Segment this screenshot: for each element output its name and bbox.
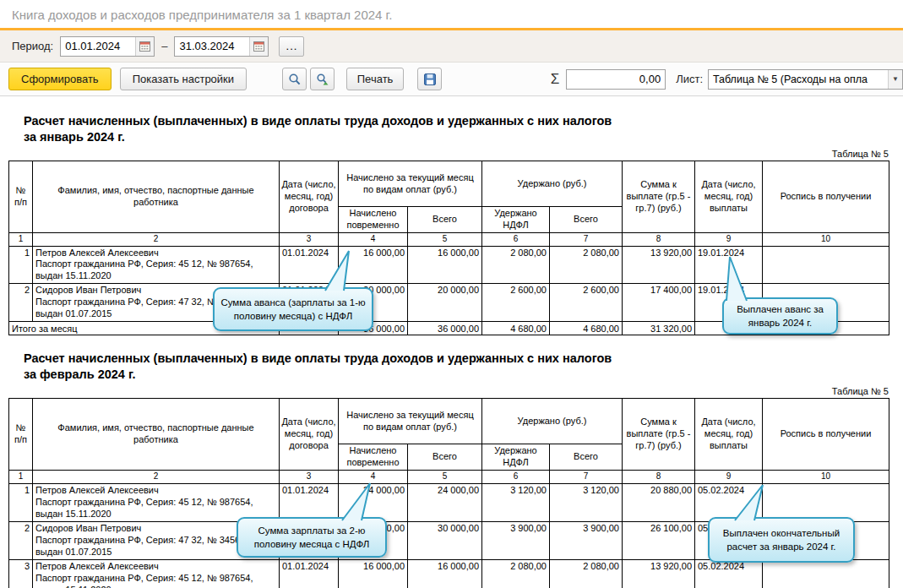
- col-header-pay-date: Дата (число, месяц, год) выплаты: [695, 161, 763, 233]
- col-header-sum-to-pay: Сумма к выплате (гр.5 - гр.7) (руб.): [623, 161, 695, 233]
- cell-sum-to-pay: 13 920,00: [623, 246, 695, 284]
- cell-row-num: 2: [9, 521, 33, 559]
- calendar-picker-button[interactable]: [249, 37, 268, 56]
- col-header-contract-date: Дата (число, месяц, год) договора: [280, 399, 339, 471]
- cell-contract-date: 01.01.2024: [280, 559, 339, 588]
- cell-signature: [763, 246, 889, 284]
- search-refresh-button[interactable]: [310, 68, 335, 90]
- cell-sum-to-pay: 13 920,00: [623, 559, 695, 588]
- col-header-withheld-ndfl: Удержано НДФЛ: [482, 207, 550, 233]
- section-february-heading: Расчет начисленных (выплаченных) в виде …: [24, 351, 903, 383]
- period-label: Период:: [12, 40, 53, 52]
- col-header-signature: Роспись в получении: [763, 399, 889, 471]
- save-button[interactable]: [417, 68, 442, 90]
- col-header-withheld-total: Всего: [550, 444, 623, 471]
- employee-passport: Паспорт гражданина РФ, Серия: 45 12, № 9…: [35, 259, 276, 282]
- show-settings-button[interactable]: Показать настройки: [120, 68, 247, 90]
- table-number-label: Таблица № 5: [0, 386, 889, 396]
- cell-accrued-total: 20 000,00: [408, 284, 482, 322]
- cell-withheld-ndfl: 2 080,00: [482, 559, 550, 588]
- cell-sum-to-pay: 26 100,00: [623, 521, 695, 559]
- cell-withheld-total: 3 120,00: [550, 483, 623, 521]
- cell-pay-date: 19.01.2024: [695, 246, 763, 284]
- col-header-withheld-ndfl: Удержано НДФЛ: [482, 444, 550, 471]
- cell-withheld-total: 2 080,00: [550, 559, 623, 588]
- col-number: 6: [482, 232, 550, 246]
- calendar-icon: [253, 41, 264, 52]
- col-header-name: Фамилия, имя, отчество, паспортные данны…: [33, 161, 280, 233]
- col-number: 3: [280, 470, 339, 483]
- col-number: 10: [763, 232, 889, 246]
- col-number: 8: [623, 470, 695, 483]
- col-header-sum-to-pay: Сумма к выплате (гр.5 - гр.7) (руб.): [623, 399, 695, 471]
- employee-passport: Паспорт гражданина РФ, Серия: 45 12, № 9…: [35, 573, 276, 588]
- period-range-separator: –: [161, 40, 167, 52]
- col-number: 2: [33, 470, 280, 483]
- col-number: 1: [9, 232, 33, 246]
- period-more-button[interactable]: ...: [279, 36, 304, 57]
- col-header-num: № п/п: [9, 399, 33, 471]
- col-number: 7: [550, 232, 623, 246]
- heading-line-2: за февраль 2024 г.: [24, 367, 903, 383]
- sheet-dropdown-button[interactable]: ▼: [888, 70, 902, 89]
- cell-row-num: 1: [9, 483, 33, 521]
- date-to-field[interactable]: [174, 36, 269, 57]
- search-button[interactable]: [282, 68, 307, 90]
- column-numbers-row: 1 2 3 4 5 6 7 8 9 10: [9, 470, 889, 483]
- cell-accrued-total: 30 000,00: [408, 521, 482, 559]
- sheet-select[interactable]: Таблица № 5 (Расходы на опла ▼: [708, 69, 903, 90]
- col-number: 9: [695, 232, 763, 246]
- cell-sum-to-pay: 17 400,00: [623, 284, 695, 322]
- column-numbers-row: 1 2 3 4 5 6 7 8 9 10: [9, 232, 889, 246]
- col-header-withheld-total: Всего: [550, 207, 623, 233]
- employee-name: Петров Алексей Алексеевич: [35, 561, 276, 573]
- cell-employee: Петров Алексей Алексеевич Паспорт гражда…: [33, 559, 280, 588]
- cell-accrued-total: 24 000,00: [408, 483, 482, 521]
- col-number: 6: [482, 470, 550, 483]
- col-number: 8: [623, 232, 695, 246]
- date-from-field[interactable]: [60, 36, 155, 57]
- section-january-heading: Расчет начисленных (выплаченных) в виде …: [24, 113, 903, 145]
- cell-pay-date: 05.02.2024: [695, 559, 763, 588]
- cell-accrued-total: 16 000,00: [408, 559, 482, 588]
- cell-withheld-total: 3 900,00: [550, 521, 623, 559]
- heading-line-2: за январь 2024 г.: [24, 129, 903, 145]
- cell-row-num: 2: [9, 284, 33, 322]
- sum-field[interactable]: [566, 69, 666, 90]
- print-button[interactable]: Печать: [346, 68, 404, 90]
- col-header-pay-date: Дата (число, месяц, год) выплаты: [695, 399, 763, 471]
- col-number: 5: [408, 232, 482, 246]
- calendar-picker-button[interactable]: [135, 37, 154, 56]
- date-from-input[interactable]: [61, 37, 135, 56]
- col-header-accrued-time: Начислено повременно: [339, 207, 408, 233]
- col-header-contract-date: Дата (число, месяц, год) договора: [280, 161, 339, 233]
- cell-row-num: 3: [9, 559, 33, 588]
- callout-salary-sum: Сумма зарплаты за 2-ю половину месяца с …: [237, 517, 387, 558]
- heading-line-1: Расчет начисленных (выплаченных) в виде …: [24, 351, 903, 367]
- date-to-input[interactable]: [175, 37, 249, 56]
- period-bar: Период: –: [0, 30, 903, 63]
- cell-accrued-time: 16 000,00: [339, 246, 408, 284]
- callout-advance-paid: Выплачен аванс за январь 2024 г.: [722, 297, 838, 335]
- payroll-row: 1 Петров Алексей Алексеевич Паспорт граж…: [9, 483, 889, 521]
- total-sum-to-pay: 31 320,00: [623, 322, 695, 335]
- cell-withheld-ndfl: 2 600,00: [482, 284, 550, 322]
- chevron-down-icon: ▼: [892, 75, 899, 83]
- col-number: 1: [9, 470, 33, 483]
- calendar-icon: [139, 41, 150, 52]
- cell-accrued-total: 16 000,00: [408, 246, 482, 284]
- col-number: 4: [339, 470, 408, 483]
- col-header-accrued-time: Начислено повременно: [339, 444, 408, 471]
- col-header-accrued-group: Начислено за текущий месяц по видам опла…: [339, 161, 482, 207]
- col-number: 7: [550, 470, 623, 483]
- col-header-name: Фамилия, имя, отчество, паспортные данны…: [33, 399, 280, 471]
- cell-sum-to-pay: 20 880,00: [623, 483, 695, 521]
- cell-employee: Петров Алексей Алексеевич Паспорт гражда…: [33, 246, 280, 284]
- generate-button[interactable]: Сформировать: [8, 68, 112, 90]
- employee-name: Петров Алексей Алексеевич: [35, 248, 276, 259]
- sigma-label: Σ: [551, 71, 560, 88]
- report-window: { "page": { "title": "Книга доходов и ра…: [0, 0, 903, 588]
- cell-pay-date: 05.02.2024: [695, 483, 763, 521]
- callout-final-settlement-paid: Выплачен окончательный расчет за январь …: [708, 517, 855, 563]
- total-withheld-ndfl: 4 680,00: [482, 322, 550, 335]
